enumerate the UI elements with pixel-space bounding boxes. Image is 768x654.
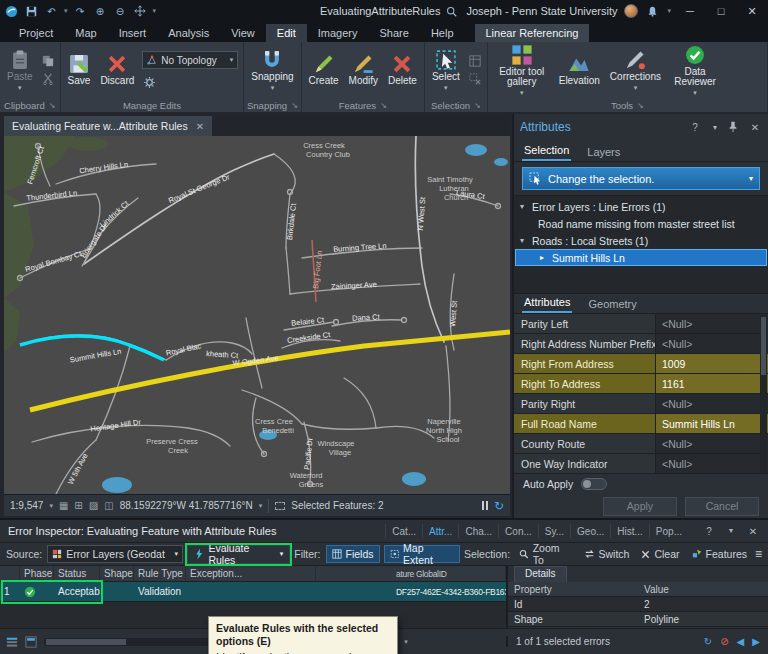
- details-tab[interactable]: Details: [514, 566, 567, 582]
- tab-catalog[interactable]: Cat...: [385, 524, 422, 538]
- auto-apply-toggle[interactable]: [581, 478, 607, 490]
- col-status[interactable]: Status: [54, 566, 100, 581]
- col-feature-globalid[interactable]: ature GlobalID: [316, 566, 506, 581]
- attribute-row-edited[interactable]: Full Road NameSummit Hills Ln: [514, 414, 768, 434]
- fields-filter-button[interactable]: Fields: [326, 545, 380, 563]
- clear-selection-button[interactable]: Clear: [637, 545, 683, 563]
- tree-item-roads[interactable]: ▾ Roads : Local Streets (1): [514, 232, 768, 249]
- tab-map[interactable]: Map: [64, 24, 107, 42]
- restore-button[interactable]: □: [709, 1, 733, 21]
- cancel-button[interactable]: Cancel: [685, 497, 759, 516]
- elevation-button[interactable]: Elevation: [555, 51, 604, 89]
- map-viewport[interactable]: Femcroft Ct Cherry Hills Ln Thunderbird …: [4, 136, 510, 494]
- corrections-button[interactable]: Corrections▾: [606, 47, 665, 93]
- selection-launcher-icon[interactable]: ↘: [474, 101, 481, 110]
- refresh-errors-icon[interactable]: ↻: [704, 636, 712, 647]
- refresh-map-icon[interactable]: ↻: [494, 499, 504, 513]
- apply-button[interactable]: Apply: [603, 497, 677, 516]
- close-button[interactable]: ✕: [740, 1, 764, 21]
- zoom-to-button[interactable]: Zoom To: [515, 545, 575, 563]
- clipboard-launcher-icon[interactable]: ↘: [49, 101, 56, 110]
- minimize-button[interactable]: ─: [678, 1, 702, 21]
- attribute-row[interactable]: One Way Indicator<Null>: [514, 454, 768, 474]
- col-phase[interactable]: Phase: [20, 566, 54, 581]
- tab-layers[interactable]: Layers: [585, 143, 622, 161]
- expander-icon[interactable]: ▸: [540, 253, 548, 262]
- ei-menu-caret-icon[interactable]: ▾: [724, 526, 738, 537]
- attribute-row-edited[interactable]: Right From Address1009: [514, 354, 768, 374]
- grid-tool-icon[interactable]: ▦: [59, 500, 68, 511]
- map-scale-combo[interactable]: 1:9,547: [10, 500, 43, 511]
- tab-contents[interactable]: Con...: [498, 524, 538, 538]
- discard-edits-button[interactable]: Discard: [96, 51, 138, 89]
- coords-caret-icon[interactable]: ▾: [259, 502, 263, 510]
- tab-insert[interactable]: Insert: [108, 24, 158, 42]
- tab-analysis[interactable]: Analysis: [157, 24, 220, 42]
- tree-item-error-layers[interactable]: ▾ Error Layers : Line Errors (1): [514, 198, 768, 215]
- form-view-icon[interactable]: [25, 636, 37, 648]
- subtab-geometry[interactable]: Geometry: [586, 295, 638, 313]
- save-icon[interactable]: [24, 4, 39, 19]
- create-button[interactable]: Create: [305, 51, 343, 89]
- tab-imagery[interactable]: Imagery: [307, 24, 369, 42]
- explore-caret-icon[interactable]: ▾: [153, 7, 157, 15]
- next-error-icon[interactable]: ▶: [752, 636, 760, 647]
- list-view-icon[interactable]: [6, 636, 18, 648]
- pane-close-icon[interactable]: ✕: [748, 122, 762, 133]
- attribute-row[interactable]: County Route<Null>: [514, 434, 768, 454]
- features-launcher-icon[interactable]: ↘: [380, 101, 387, 110]
- split-tool-icon[interactable]: ◫: [104, 500, 113, 511]
- col-rownum[interactable]: [0, 566, 20, 581]
- scrollbar-thumb[interactable]: [761, 317, 766, 375]
- bell-caret-icon[interactable]: ▾: [667, 7, 671, 15]
- error-row-selected[interactable]: 1 Acceptable Validation DF257-462E-4342-…: [0, 582, 506, 602]
- modify-button[interactable]: Modify: [345, 51, 382, 89]
- command-search-icon[interactable]: [446, 6, 457, 17]
- save-edits-button[interactable]: Save: [64, 51, 95, 89]
- tab-view[interactable]: View: [220, 24, 266, 42]
- tab-project[interactable]: Project: [8, 24, 64, 42]
- pin-icon[interactable]: [728, 121, 742, 133]
- map-extent-filter-button[interactable]: Map Extent: [384, 545, 460, 563]
- attribute-row[interactable]: Parity Right<Null>: [514, 394, 768, 414]
- details-row[interactable]: Id 2: [508, 597, 768, 612]
- tree-item-summit-hills[interactable]: ▸ Summit Hills Ln: [515, 249, 767, 266]
- tab-edit[interactable]: Edit: [266, 24, 307, 42]
- tab-attributes[interactable]: Attr...: [422, 524, 458, 538]
- hatch-tool-icon[interactable]: ▨: [89, 500, 98, 511]
- attribute-row-edited[interactable]: Right To Address1161: [514, 374, 768, 394]
- pane-menu-caret-icon[interactable]: ▾: [708, 123, 722, 132]
- evaluate-rules-button[interactable]: Evaluate Rules ▾: [187, 545, 290, 564]
- snapping-button[interactable]: Snapping▾: [247, 47, 297, 93]
- signed-in-user[interactable]: Joseph - Penn State University: [466, 5, 617, 17]
- change-selection-button[interactable]: Change the selection. ▾: [522, 167, 760, 190]
- undo-icon[interactable]: ↶: [44, 4, 59, 19]
- zoom-caret-icon[interactable]: ▾: [404, 638, 408, 646]
- scrollbar-thumb[interactable]: [46, 639, 126, 645]
- user-avatar[interactable]: [624, 4, 638, 18]
- zoom-out-icon[interactable]: ⊖: [113, 4, 128, 19]
- tab-symbology[interactable]: Sy...: [538, 524, 570, 538]
- expander-icon[interactable]: ▾: [520, 202, 528, 211]
- tab-changes[interactable]: Cha...: [458, 524, 498, 538]
- notifications-bell-icon[interactable]: [645, 4, 660, 19]
- features-button[interactable]: Features: [688, 545, 751, 563]
- tab-history[interactable]: Hist...: [610, 524, 649, 538]
- cut-icon[interactable]: [41, 72, 55, 86]
- attribute-row[interactable]: Right Address Number Prefix<Null>: [514, 334, 768, 354]
- edit-options-gear-icon[interactable]: [142, 75, 156, 89]
- zoom-in-icon[interactable]: ⊕: [93, 4, 108, 19]
- col-shape[interactable]: Shape: [100, 566, 134, 581]
- undo-caret-icon[interactable]: ▾: [64, 7, 68, 15]
- map-tab-close-icon[interactable]: ✕: [196, 121, 204, 132]
- explore-icon[interactable]: [133, 4, 148, 19]
- map-view-tab[interactable]: Evaluating Feature w...Attribute Rules ✕: [4, 116, 212, 136]
- tab-share[interactable]: Share: [369, 24, 420, 42]
- attribute-scrollbar[interactable]: [760, 315, 767, 473]
- col-exception[interactable]: Exception...: [186, 566, 316, 581]
- subtab-attributes[interactable]: Attributes: [522, 293, 572, 313]
- map-coordinates[interactable]: 88.1592279°W 41.7857716°N: [120, 500, 253, 511]
- app-icon[interactable]: [4, 4, 19, 19]
- error-marker-icon[interactable]: ⊘: [720, 636, 728, 647]
- tools-launcher-icon[interactable]: ↘: [637, 101, 644, 110]
